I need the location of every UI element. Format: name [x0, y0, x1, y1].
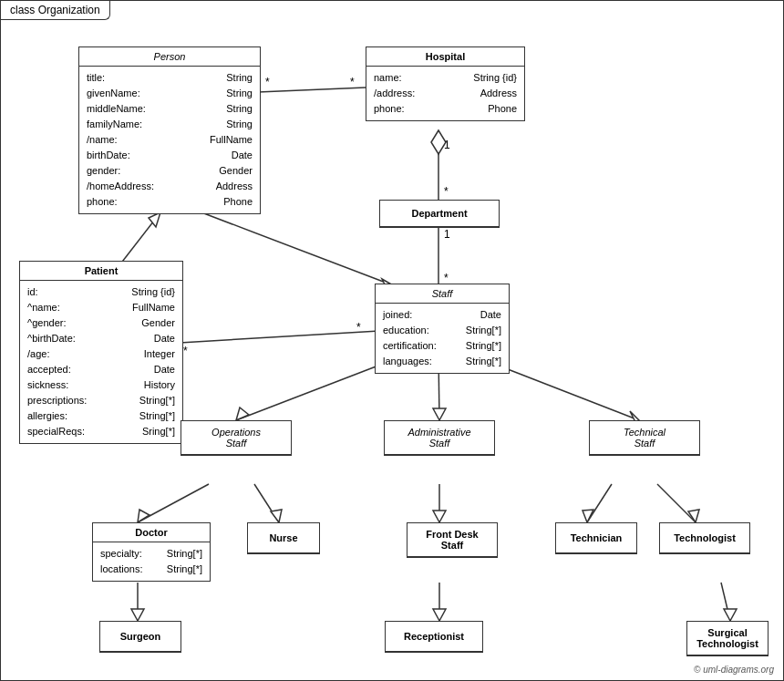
nurse-header: Nurse	[248, 523, 319, 553]
svg-line-14	[180, 331, 379, 343]
diagram-title: class Organization	[1, 1, 110, 20]
technician-header: Technician	[556, 523, 636, 553]
diagram-container: class Organization * * 1 * 1 * * *	[0, 0, 784, 681]
svg-marker-24	[138, 510, 150, 522]
svg-marker-18	[236, 408, 249, 420]
copyright: © uml-diagrams.org	[694, 665, 774, 675]
svg-text:1: 1	[444, 139, 450, 151]
svg-line-31	[657, 484, 696, 522]
operations-staff-header: OperationsStaff	[181, 421, 291, 455]
doctor-header: Doctor	[93, 523, 210, 542]
svg-line-25	[254, 484, 279, 522]
svg-text:*: *	[444, 185, 449, 198]
svg-marker-28	[433, 511, 446, 522]
technologist-header: Technologist	[660, 523, 749, 553]
doctor-body: specialty:String[*] locations:String[*]	[93, 542, 210, 581]
svg-line-12	[201, 212, 393, 285]
front-desk-staff-class: Front DeskStaff	[407, 522, 498, 558]
staff-class: Staff joined:Date education:String[*] ce…	[375, 284, 510, 374]
receptionist-class: Receptionist	[385, 621, 483, 653]
svg-marker-36	[433, 609, 446, 621]
patient-class: Patient id:String {id} ^name:FullName ^g…	[19, 261, 183, 444]
doctor-class: Doctor specialty:String[*] locations:Str…	[92, 522, 211, 582]
receptionist-header: Receptionist	[386, 622, 482, 652]
svg-text:1: 1	[444, 228, 450, 241]
svg-marker-30	[583, 510, 593, 522]
svg-marker-32	[688, 510, 699, 522]
technical-staff-header: TechnicalStaff	[590, 421, 699, 455]
svg-marker-38	[724, 609, 737, 621]
svg-line-10	[119, 212, 160, 265]
administrative-staff-class: AdministrativeStaff	[384, 420, 495, 456]
svg-text:*: *	[356, 321, 361, 334]
hospital-class: Hospital name:String {id} /address:Addre…	[366, 46, 525, 121]
front-desk-staff-header: Front DeskStaff	[407, 523, 497, 557]
department-header: Department	[380, 201, 499, 227]
staff-header: Staff	[376, 284, 509, 304]
svg-marker-4	[431, 130, 446, 154]
svg-line-0	[258, 88, 366, 92]
person-body: title:String givenName:String middleName…	[79, 67, 260, 213]
nurse-class: Nurse	[247, 522, 320, 554]
operations-staff-class: OperationsStaff	[181, 420, 292, 456]
svg-marker-20	[433, 408, 446, 420]
svg-marker-26	[271, 510, 282, 522]
patient-header: Patient	[20, 262, 182, 281]
technologist-class: Technologist	[659, 522, 750, 554]
svg-text:*: *	[265, 76, 270, 88]
administrative-staff-header: AdministrativeStaff	[385, 421, 494, 455]
hospital-body: name:String {id} /address:Address phone:…	[366, 67, 524, 120]
svg-line-37	[721, 583, 730, 621]
person-class: Person title:String givenName:String mid…	[78, 46, 261, 214]
department-class: Department	[379, 200, 500, 228]
svg-text:*: *	[183, 345, 188, 357]
svg-marker-34	[131, 609, 144, 621]
hospital-header: Hospital	[366, 47, 524, 67]
person-header: Person	[79, 47, 260, 67]
svg-line-29	[587, 484, 612, 522]
svg-text:*: *	[444, 272, 449, 284]
surgeon-class: Surgeon	[99, 621, 181, 653]
surgical-technologist-class: SurgicalTechnologist	[686, 621, 769, 656]
staff-body: joined:Date education:String[*] certific…	[376, 304, 509, 373]
patient-body: id:String {id} ^name:FullName ^gender:Ge…	[20, 281, 182, 443]
surgical-technologist-header: SurgicalTechnologist	[687, 622, 768, 655]
technician-class: Technician	[555, 522, 637, 554]
technical-staff-class: TechnicalStaff	[589, 420, 700, 456]
svg-line-23	[138, 484, 209, 522]
svg-text:*: *	[350, 76, 355, 88]
surgeon-header: Surgeon	[100, 622, 181, 652]
